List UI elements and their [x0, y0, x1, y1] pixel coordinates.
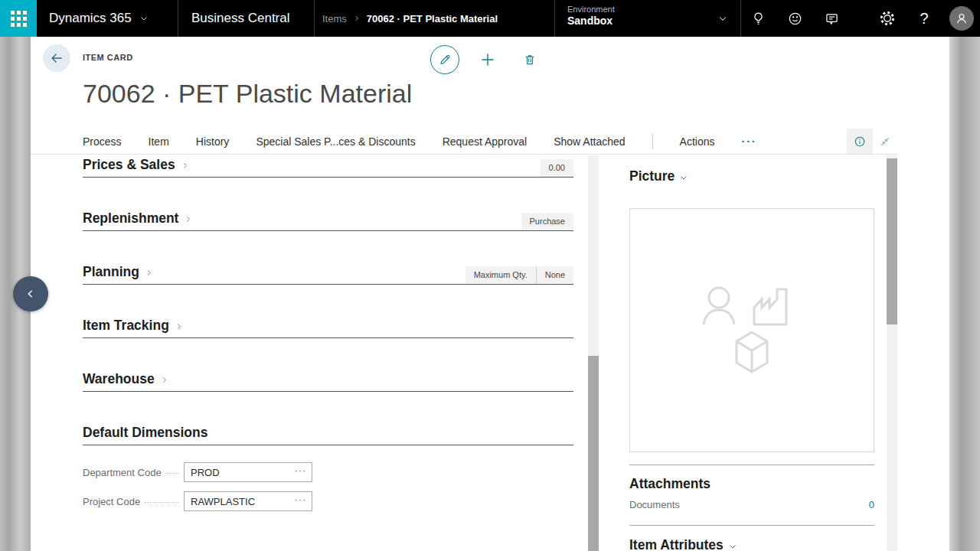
menu-actions[interactable]: Actions	[680, 135, 715, 148]
settings-button[interactable]	[869, 0, 906, 37]
suite-name[interactable]: Business Central	[191, 0, 290, 37]
dotted-leader	[145, 502, 178, 503]
item-placeholder-icon	[694, 277, 809, 384]
section-planning: Planning Maximum Qty. None	[83, 264, 573, 285]
item-attributes-section-header[interactable]: Item Attributes	[629, 537, 737, 551]
chevron-down-icon	[139, 14, 149, 23]
section-warehouse-header[interactable]: Warehouse	[83, 371, 168, 387]
collapse-panel-button[interactable]	[13, 276, 48, 311]
project-code-field: Project Code ···	[83, 491, 312, 511]
waffle-icon	[11, 11, 27, 27]
menu-process[interactable]: Process	[83, 135, 122, 148]
page-title: 70062 · PET Plastic Material	[83, 79, 412, 109]
feedback-message-button[interactable]	[813, 0, 850, 37]
attachments-section-header: Attachments	[629, 476, 710, 492]
smiley-icon	[787, 11, 803, 27]
edit-button[interactable]	[430, 45, 459, 74]
section-prices-sales: Prices & Sales 0.00	[83, 157, 573, 178]
section-label: Planning	[83, 264, 139, 280]
feedback-smiley-button[interactable]	[776, 0, 813, 37]
section-planning-header[interactable]: Planning	[83, 264, 153, 280]
collapse-arrows-icon	[879, 135, 891, 148]
project-code-inputbox: ···	[184, 491, 312, 511]
lightbulb-icon	[750, 11, 766, 27]
item-picture-placeholder	[629, 208, 874, 452]
menu-special-sales-prices-discounts[interactable]: Special Sales P...ces & Discounts	[256, 135, 415, 148]
dotted-leader	[166, 473, 178, 474]
breadcrumb-current: 70062 · PET Plastic Material	[367, 13, 498, 24]
item-card: ITEM CARD 70062 · PET Plastic Material P…	[31, 37, 949, 551]
assist-edit-button[interactable]: ···	[293, 465, 312, 479]
new-button[interactable]	[478, 50, 498, 70]
topbar-divider	[314, 0, 315, 37]
documents-label: Documents	[629, 499, 680, 510]
breadcrumb: Items 70062 · PET Plastic Material	[322, 0, 498, 37]
trash-icon	[522, 52, 537, 67]
main-scrollbar-thumb[interactable]	[588, 356, 599, 551]
app-launcher-button[interactable]	[0, 0, 37, 37]
topbar-divider	[178, 0, 178, 37]
delete-button[interactable]	[520, 50, 540, 70]
main-scrollbar-track[interactable]	[588, 155, 599, 551]
section-label: Warehouse	[83, 371, 155, 387]
fit-to-window-button[interactable]	[873, 129, 897, 154]
picture-title: Picture	[629, 168, 675, 184]
menu-request-approval[interactable]: Request Approval	[443, 135, 528, 148]
section-warehouse: Warehouse	[83, 371, 573, 392]
account-avatar[interactable]	[949, 6, 974, 31]
environment-picker[interactable]: Environment Sandbox	[554, 0, 741, 37]
page-caption: ITEM CARD	[83, 53, 133, 62]
section-prices-sales-header[interactable]: Prices & Sales	[83, 157, 189, 173]
factbox-divider	[629, 525, 874, 526]
department-code-input[interactable]	[185, 467, 293, 478]
menu-item[interactable]: Item	[149, 135, 169, 148]
back-button[interactable]	[43, 44, 70, 72]
action-menu-bar: Process Item History Special Sales P...c…	[31, 129, 897, 155]
help-button[interactable]: ?	[906, 0, 942, 37]
department-code-inputbox: ···	[184, 462, 312, 482]
department-code-label: Department Code	[83, 467, 162, 478]
chevron-right-icon	[184, 215, 192, 223]
section-label: Item Tracking	[83, 318, 169, 334]
factbox-divider	[629, 465, 874, 465]
section-label: Prices & Sales	[83, 157, 175, 173]
plus-icon	[479, 51, 497, 69]
menu-divider	[652, 134, 653, 149]
department-code-field: Department Code ···	[83, 462, 312, 482]
person-icon	[954, 11, 969, 26]
top-nav-bar: Dynamics 365 Business Central Items 7006…	[0, 0, 980, 37]
project-code-input[interactable]	[185, 496, 293, 507]
section-default-dimensions: Default Dimensions	[83, 425, 573, 445]
environment-value: Sandbox	[567, 15, 740, 27]
picture-section-header[interactable]: Picture	[629, 168, 688, 184]
section-label: Default Dimensions	[83, 425, 207, 441]
menu-history[interactable]: History	[196, 135, 230, 148]
section-item-tracking-header[interactable]: Item Tracking	[83, 318, 183, 334]
documents-count-link[interactable]: 0	[869, 499, 874, 510]
suite-name-label: Business Central	[191, 11, 290, 26]
section-summary-badge: None	[537, 266, 573, 284]
section-summary-badge: 0.00	[541, 159, 573, 177]
section-label: Replenishment	[83, 210, 178, 227]
product-name: Dynamics 365	[49, 11, 132, 26]
section-summary-badge: Purchase	[521, 213, 573, 230]
chevron-down-icon	[728, 542, 737, 551]
section-default-dimensions-header[interactable]: Default Dimensions	[83, 425, 207, 441]
menu-right-controls	[847, 129, 897, 155]
chevron-right-icon	[353, 15, 361, 22]
more-options-button[interactable]: ···	[742, 135, 757, 148]
info-icon	[853, 135, 867, 148]
person-outline-icon	[704, 288, 734, 324]
breadcrumb-items-link[interactable]: Items	[322, 13, 347, 24]
factbox-scrollbar-track[interactable]	[887, 155, 897, 551]
menu-show-attached[interactable]: Show Attached	[554, 135, 625, 148]
factbox-scrollbar-thumb[interactable]	[887, 158, 897, 324]
assist-edit-button[interactable]: ···	[293, 494, 312, 508]
dynamics365-menu[interactable]: Dynamics 365	[49, 0, 149, 37]
documents-row: Documents 0	[629, 499, 874, 510]
section-replenishment-header[interactable]: Replenishment	[83, 210, 192, 227]
environment-label: Environment	[567, 5, 740, 14]
section-replenishment: Replenishment Purchase	[83, 210, 573, 231]
factbox-info-toggle[interactable]	[847, 129, 873, 154]
insights-button[interactable]	[740, 0, 776, 37]
